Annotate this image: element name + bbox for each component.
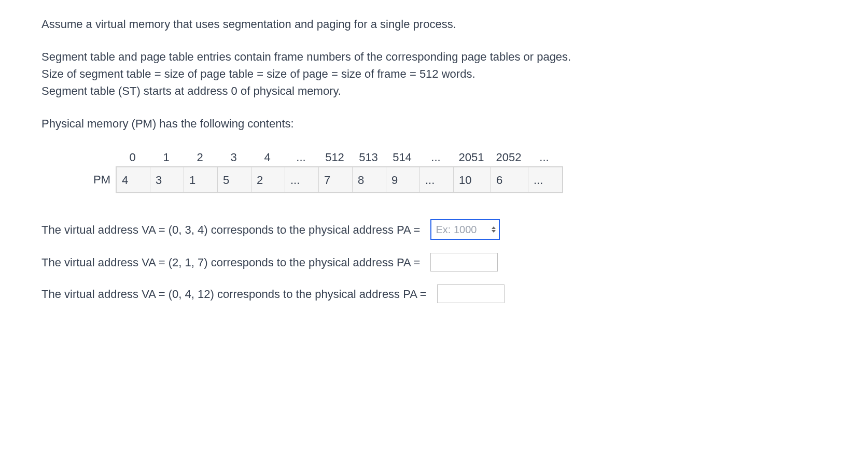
- question-2-text: The virtual address VA = (2, 1, 7) corre…: [41, 254, 420, 271]
- answer-2-input[interactable]: [430, 253, 498, 272]
- question-3-text: The virtual address VA = (0, 4, 12) corr…: [41, 286, 427, 303]
- desc-line-1: Segment table and page table entries con…: [41, 48, 819, 65]
- data-cell: 6: [491, 167, 528, 192]
- header-cell: 512: [318, 148, 352, 166]
- data-cell: 5: [218, 167, 251, 192]
- header-cell: 4: [250, 148, 284, 166]
- desc-line-2: Size of segment table = size of page tab…: [41, 65, 819, 82]
- description-block: Segment table and page table entries con…: [41, 48, 819, 99]
- pm-label: PM: [93, 171, 110, 193]
- header-cell: 514: [385, 148, 419, 166]
- header-cell: ...: [284, 148, 318, 166]
- answer-1-input[interactable]: [431, 220, 499, 239]
- pm-header-row: 0 1 2 3 4 ... 512 513 514 ... 2051 2052 …: [116, 148, 563, 166]
- pm-table-wrapper: PM 0 1 2 3 4 ... 512 513 514 ... 2051 20…: [93, 148, 819, 193]
- data-cell: 9: [386, 167, 420, 192]
- answer-1-wrapper: [430, 219, 500, 240]
- pm-intro: Physical memory (PM) has the following c…: [41, 115, 819, 132]
- header-cell: 2052: [490, 148, 527, 166]
- desc-line-3: Segment table (ST) starts at address 0 o…: [41, 82, 819, 99]
- question-3: The virtual address VA = (0, 4, 12) corr…: [41, 284, 819, 303]
- pm-table: 0 1 2 3 4 ... 512 513 514 ... 2051 2052 …: [116, 148, 563, 193]
- question-1-text: The virtual address VA = (0, 3, 4) corre…: [41, 221, 420, 238]
- data-cell: 7: [319, 167, 353, 192]
- data-cell: 2: [251, 167, 285, 192]
- pm-data-row: 4 3 1 5 2 ... 7 8 9 ... 10 6 ...: [116, 166, 563, 193]
- data-cell: ...: [420, 167, 454, 192]
- header-cell: 513: [352, 148, 385, 166]
- question-2: The virtual address VA = (2, 1, 7) corre…: [41, 253, 819, 272]
- header-cell: 1: [149, 148, 183, 166]
- question-1: The virtual address VA = (0, 3, 4) corre…: [41, 219, 819, 240]
- data-cell: ...: [285, 167, 319, 192]
- data-cell: 4: [117, 167, 150, 192]
- problem-content: Assume a virtual memory that uses segmen…: [41, 16, 819, 303]
- header-cell: 2: [183, 148, 217, 166]
- data-cell: 1: [184, 167, 218, 192]
- data-cell: 8: [353, 167, 386, 192]
- header-cell: 0: [116, 148, 149, 166]
- header-cell: 2051: [453, 148, 490, 166]
- answer-3-input[interactable]: [437, 284, 505, 303]
- header-cell: ...: [419, 148, 453, 166]
- header-cell: ...: [527, 148, 561, 166]
- header-cell: 3: [217, 148, 250, 166]
- data-cell: ...: [528, 167, 562, 192]
- intro-paragraph: Assume a virtual memory that uses segmen…: [41, 16, 819, 33]
- data-cell: 10: [454, 167, 491, 192]
- data-cell: 3: [150, 167, 184, 192]
